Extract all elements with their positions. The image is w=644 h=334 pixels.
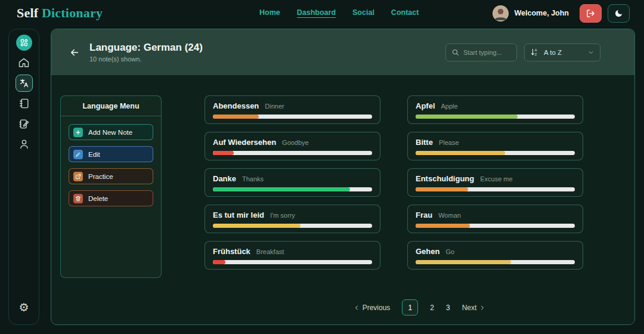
notes-grid: AbendessenDinner ApfelApple Auf Wiederse… bbox=[205, 95, 634, 270]
chevron-right-icon bbox=[479, 304, 486, 311]
notebook-pencil-icon bbox=[18, 118, 30, 129]
note-card-apfel[interactable]: ApfelApple bbox=[407, 95, 583, 124]
note-progress-fill bbox=[416, 115, 518, 119]
note-card-frau[interactable]: FrauWoman bbox=[407, 205, 583, 233]
app-logo: Self Dictionary bbox=[17, 5, 103, 21]
note-progress-track bbox=[416, 115, 575, 119]
note-term: Frühstück bbox=[213, 247, 250, 256]
note-progress-track bbox=[213, 187, 372, 191]
nav-contact[interactable]: Contact bbox=[391, 8, 419, 18]
note-translation: Thanks bbox=[242, 175, 264, 183]
sort-label: A to Z bbox=[544, 49, 562, 56]
note-translation: Apple bbox=[441, 103, 458, 110]
note-progress-track bbox=[213, 224, 372, 228]
pagination-previous[interactable]: Previous bbox=[353, 304, 391, 312]
svg-text:A: A bbox=[535, 48, 537, 52]
note-card-bitte[interactable]: BittePlease bbox=[407, 132, 583, 160]
note-progress-fill bbox=[416, 260, 511, 264]
logo-accent-text: Dictionary bbox=[42, 5, 103, 20]
dashboard-grid-icon bbox=[16, 35, 32, 51]
pagination-page-1-label: 1 bbox=[408, 304, 412, 312]
logout-icon bbox=[586, 9, 595, 18]
main-nav: Home Dashboard Social Contact bbox=[259, 0, 419, 26]
sidebar-item-notes-edit[interactable] bbox=[9, 113, 39, 134]
note-translation: Woman bbox=[438, 212, 461, 219]
sidebar-item-home[interactable] bbox=[9, 52, 39, 73]
note-term: Frau bbox=[416, 211, 432, 219]
nav-social[interactable]: Social bbox=[352, 8, 374, 18]
note-card-abendessen[interactable]: AbendessenDinner bbox=[205, 95, 380, 124]
add-new-note-label: Add New Note bbox=[88, 129, 132, 136]
sidebar-item-dashboard[interactable] bbox=[9, 32, 39, 52]
note-card-es-tut-mir-leid[interactable]: Es tut mir leidI'm sorry bbox=[205, 205, 380, 233]
note-card-gehen[interactable]: GehenGo bbox=[407, 241, 583, 270]
search-input[interactable] bbox=[463, 49, 511, 56]
sidebar-item-book[interactable] bbox=[9, 93, 39, 113]
header-controls: Welcome, John bbox=[493, 4, 630, 23]
user-avatar[interactable] bbox=[493, 5, 509, 21]
note-card-fruehstueck[interactable]: FrühstückBreakfast bbox=[205, 241, 380, 270]
logo-primary: Self bbox=[17, 5, 38, 20]
note-translation: Go bbox=[445, 248, 454, 255]
sidebar-item-translate[interactable] bbox=[9, 73, 39, 93]
note-progress-fill bbox=[213, 224, 301, 228]
note-progress-track bbox=[416, 224, 575, 228]
panel-body: Language Menu Add New Note Edit bbox=[51, 75, 634, 324]
header-tools: A Z A to Z bbox=[445, 44, 600, 61]
note-progress-track bbox=[416, 187, 575, 191]
note-term: Auf Wiedersehen bbox=[213, 138, 276, 147]
note-term: Gehen bbox=[416, 247, 439, 256]
home-icon bbox=[18, 57, 30, 69]
trash-icon bbox=[73, 194, 83, 203]
chevron-left-icon bbox=[353, 304, 360, 311]
delete-button[interactable]: Delete bbox=[69, 190, 153, 206]
practice-label: Practice bbox=[88, 173, 113, 180]
theme-toggle-button[interactable] bbox=[608, 4, 630, 23]
translate-icon bbox=[16, 75, 33, 92]
note-progress-track bbox=[416, 151, 575, 155]
note-term: Bitte bbox=[416, 138, 433, 147]
pagination-page-3[interactable]: 3 bbox=[446, 304, 450, 312]
add-new-note-button[interactable]: Add New Note bbox=[69, 124, 153, 140]
note-card-entschuldigung[interactable]: EntschuldigungExcuse me bbox=[407, 168, 583, 197]
note-progress-fill bbox=[416, 224, 470, 228]
note-progress-fill bbox=[213, 187, 350, 191]
book-icon bbox=[18, 98, 30, 109]
sort-az-icon: A Z bbox=[530, 48, 539, 57]
edit-button[interactable]: Edit bbox=[69, 146, 153, 162]
sidebar-item-profile[interactable] bbox=[9, 134, 39, 154]
sidebar: ⚙ bbox=[8, 29, 39, 325]
welcome-text: Welcome, John bbox=[515, 9, 569, 17]
page-header: Language: German (24) 10 note(s) shown. … bbox=[51, 29, 634, 75]
note-card-auf-wiedersehen[interactable]: Auf WiedersehenGoodbye bbox=[205, 132, 380, 160]
nav-home[interactable]: Home bbox=[259, 8, 280, 18]
sort-dropdown[interactable]: A Z A to Z bbox=[524, 44, 600, 61]
logout-button[interactable] bbox=[580, 4, 602, 23]
note-term: Apfel bbox=[416, 101, 435, 110]
note-progress-track bbox=[213, 115, 372, 119]
pagination-next-label: Next bbox=[462, 304, 477, 312]
search-box[interactable] bbox=[445, 44, 517, 61]
search-icon bbox=[451, 48, 459, 56]
pagination-page-2[interactable]: 2 bbox=[430, 304, 434, 312]
pagination-next[interactable]: Next bbox=[462, 304, 487, 312]
language-menu-buttons: Add New Note Edit Practice bbox=[61, 116, 161, 214]
nav-dashboard[interactable]: Dashboard bbox=[297, 8, 336, 18]
note-term: Es tut mir leid bbox=[213, 211, 264, 219]
page-subtitle: 10 note(s) shown. bbox=[89, 55, 203, 63]
note-card-danke[interactable]: DankeThanks bbox=[205, 168, 380, 197]
language-menu-panel: Language Menu Add New Note Edit bbox=[60, 95, 162, 278]
back-button[interactable] bbox=[69, 47, 80, 58]
pagination-previous-label: Previous bbox=[363, 304, 391, 312]
note-translation: Goodbye bbox=[282, 139, 309, 146]
note-progress-track bbox=[213, 151, 372, 155]
note-progress-fill bbox=[213, 115, 259, 119]
practice-button[interactable]: Practice bbox=[69, 168, 153, 184]
delete-label: Delete bbox=[88, 195, 108, 202]
note-progress-track bbox=[213, 260, 372, 264]
note-term: Entschuldigung bbox=[416, 174, 474, 183]
sidebar-item-settings[interactable]: ⚙ bbox=[9, 297, 39, 317]
note-progress-fill bbox=[416, 151, 505, 155]
pagination-page-1[interactable]: 1 bbox=[402, 299, 418, 316]
note-translation: Breakfast bbox=[256, 248, 284, 255]
